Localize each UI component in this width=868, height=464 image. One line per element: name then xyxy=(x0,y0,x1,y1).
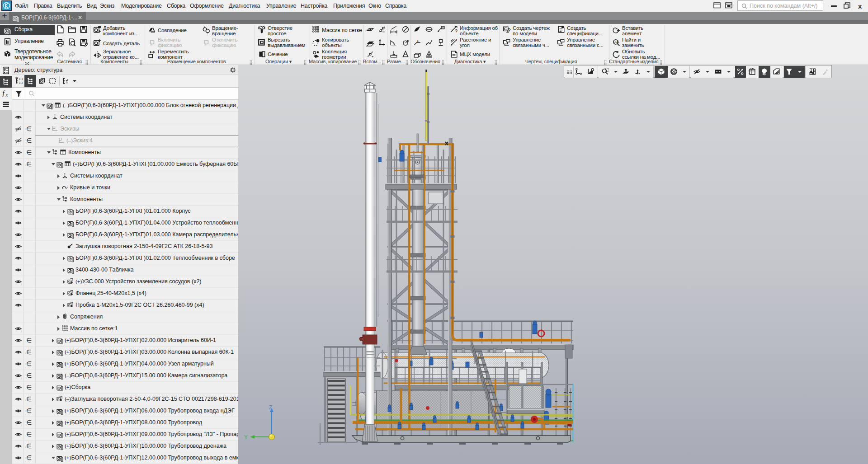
svg-text:?: ? xyxy=(455,29,458,33)
svg-text:1 2: 1 2 xyxy=(19,81,23,84)
svg-text:1 1: 1 1 xyxy=(19,77,23,80)
svg-text:Е: Е xyxy=(417,39,419,43)
svg-text:Z: Z xyxy=(269,404,272,411)
svg-text:R: R xyxy=(407,40,409,43)
svg-text:x: x xyxy=(5,92,8,97)
svg-text:f: f xyxy=(2,89,5,97)
svg-text:Y: Y xyxy=(244,434,248,441)
svg-text:АБ: АБ xyxy=(614,40,620,44)
